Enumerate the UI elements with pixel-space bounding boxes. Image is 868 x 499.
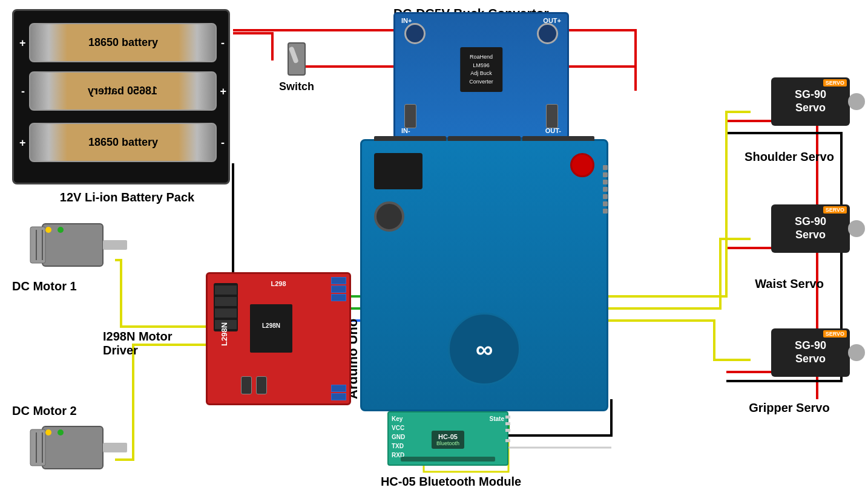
dc-motor-1 xyxy=(12,212,127,281)
switch-lever xyxy=(289,46,299,64)
svg-point-10 xyxy=(45,429,51,435)
battery-3: 18650 battery + - xyxy=(29,123,217,162)
l298-chip: L298N xyxy=(250,304,292,353)
servo-shoulder-label: Shoulder Servo xyxy=(729,150,850,164)
terminal-out xyxy=(331,385,346,400)
svg-rect-7 xyxy=(42,426,103,469)
motor-driver-label: I298N Motor Driver xyxy=(103,330,172,357)
arduino-uno: ∞ xyxy=(360,139,608,411)
arduino-chip xyxy=(374,153,422,189)
switch-body xyxy=(288,42,306,76)
servo-waist: SERVO SG-90Servo xyxy=(771,204,850,253)
svg-point-11 xyxy=(58,429,64,435)
dc-motor-1-svg xyxy=(12,212,127,278)
bt-pins xyxy=(505,416,510,442)
dc-motor-2-svg xyxy=(12,414,127,481)
servo-gripper-body: SERVO SG-90Servo xyxy=(771,328,850,377)
terminal-in xyxy=(331,277,346,301)
cap-2 xyxy=(256,376,267,394)
buck-converter: IN+ OUT+ IN- OUT- RoaHendLM596Adj BuckCo… xyxy=(393,12,569,139)
bluetooth-module: Key VCC GND TXD RXD State HC-05 Bluetoot… xyxy=(387,411,508,466)
arduino-usb xyxy=(374,201,404,232)
svg-point-3 xyxy=(45,227,51,233)
servo-gripper-label: Gripper Servo xyxy=(729,401,850,415)
bt-antenna xyxy=(401,457,495,461)
arduino-right-pins xyxy=(603,165,608,214)
svg-rect-2 xyxy=(103,240,127,250)
switch-component: Switch xyxy=(272,42,321,103)
bluetooth-label: HC-05 Bluetooth Module xyxy=(357,475,545,489)
servo-waist-label: Waist Servo xyxy=(729,277,850,291)
cap-1 xyxy=(241,376,252,394)
svg-point-4 xyxy=(58,227,64,233)
buck-chip: RoaHendLM596Adj BuckConverter xyxy=(460,47,502,92)
arduino-reset-btn xyxy=(570,153,594,177)
battery-1: 18650 battery + - xyxy=(29,23,217,62)
battery-pack-label: 12V Li-ion Battery Pack xyxy=(18,191,236,204)
dc-motor-2-label: DC Motor 2 xyxy=(12,404,77,418)
svg-rect-9 xyxy=(103,443,127,452)
dc-motor-2 xyxy=(12,414,127,483)
servo-shoulder: SERVO SG-90Servo xyxy=(771,77,850,126)
arduino-pins-top xyxy=(374,136,594,141)
arduino-logo: ∞ xyxy=(448,313,521,385)
svg-rect-1 xyxy=(30,227,45,263)
potentiometer-2 xyxy=(537,23,558,44)
capacitor-2 xyxy=(546,104,558,128)
servo-shoulder-body: SERVO SG-90Servo xyxy=(771,77,850,126)
capacitor-1 xyxy=(404,104,416,128)
switch-label: Switch xyxy=(279,80,314,93)
servo-gripper: SERVO SG-90Servo xyxy=(771,328,850,377)
motor-driver: L298 L298N L298N xyxy=(206,272,351,405)
dc-motor-1-label: DC Motor 1 xyxy=(12,279,77,293)
servo-gripper-horn xyxy=(848,344,865,361)
potentiometer-1 xyxy=(404,23,426,44)
svg-rect-0 xyxy=(42,224,103,266)
servo-horn xyxy=(848,93,865,110)
battery-2: 18650 battery + - xyxy=(29,71,217,111)
battery-pack: 18650 battery + - 18650 battery + - 1865… xyxy=(12,9,230,184)
servo-waist-body: SERVO SG-90Servo xyxy=(771,204,850,253)
wiring-diagram: 18650 battery + - 18650 battery + - 1865… xyxy=(0,0,868,499)
svg-rect-8 xyxy=(30,429,45,466)
servo-waist-horn xyxy=(848,220,865,237)
